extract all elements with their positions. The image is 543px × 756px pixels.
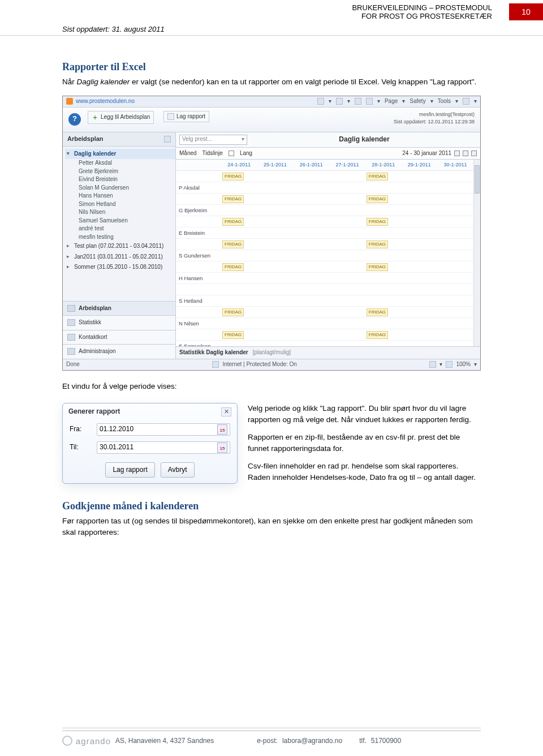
tree-person[interactable]: Simon Hetland [65,200,175,209]
calendar-cell[interactable] [437,329,473,341]
calendar-cell[interactable] [221,205,257,216]
calendar-cell[interactable] [221,318,257,329]
calendar-cell[interactable] [437,239,473,250]
calendar-cell[interactable] [293,318,329,329]
help-circle-icon[interactable]: ? [68,113,81,126]
calendar-cell[interactable] [293,295,329,307]
calendar-cell[interactable] [402,171,438,182]
tree-person[interactable]: Eivind Breistein [65,175,175,184]
home-icon[interactable] [317,98,324,105]
calendar-cell[interactable] [293,194,329,205]
calendar-cell[interactable] [437,295,473,307]
calendar-cell[interactable] [293,261,329,273]
calendar-cell[interactable] [402,205,438,216]
calendar-cell[interactable] [365,341,402,346]
calendar-cell[interactable] [365,182,402,194]
calendar-cell[interactable] [293,216,329,227]
calendar-cell[interactable] [329,227,365,239]
calendar-cell[interactable] [221,284,257,295]
from-date-input[interactable]: 01.12.2010 [97,423,230,436]
calendar-cell[interactable] [437,284,473,295]
calendar-cell[interactable] [221,273,257,284]
calendar-cell[interactable] [437,250,473,261]
calendar-cell[interactable]: FRIDAG [221,216,257,227]
make-report-button[interactable]: Lag rapport [105,462,154,478]
calendar-cell[interactable] [437,261,473,273]
calendar-cell[interactable] [257,205,294,216]
tree-person[interactable]: andré test [65,225,175,233]
btab-arbeidsplan[interactable]: Arbeidsplan [63,301,175,316]
calendar-cell[interactable] [329,194,365,205]
calendar-icon[interactable] [217,424,227,435]
calendar-cell[interactable]: FRIDAG [221,239,257,250]
calendar-cell[interactable] [437,171,473,182]
calendar-cell[interactable] [257,284,294,295]
mail-icon[interactable] [355,98,361,105]
calendar-cell[interactable] [437,205,473,216]
calendar-cell[interactable] [329,171,365,182]
tree-root-daily-calendar[interactable]: Daglig kalender [65,149,175,160]
calendar-cell[interactable]: FRIDAG [365,329,402,341]
prev-week-button[interactable] [454,151,460,156]
feed-icon[interactable] [336,98,343,105]
add-workplan-button[interactable]: ＋ Legg til Arbeidsplan [88,111,154,124]
calendar-cell[interactable] [221,295,257,307]
calendar-cell[interactable] [365,318,402,329]
calendar-cell[interactable] [293,273,329,284]
btab-administrasjon[interactable]: Administrasjon [63,344,175,359]
calendar-cell[interactable] [402,295,438,307]
calendar-cell[interactable] [329,239,365,250]
tree-person[interactable]: Petter Aksdal [65,159,175,167]
browser-menu-safety[interactable]: Safety [410,97,425,106]
calendar-cell[interactable]: FRIDAG [365,307,402,318]
tree-plan[interactable]: Sommer (31.05.2010 - 15.08.2010) [65,262,175,273]
calendar-cell[interactable] [257,307,294,318]
refresh-icon[interactable] [164,136,171,143]
calendar-cell[interactable]: FRIDAG [365,194,402,205]
tree-person[interactable]: Samuel Samuelsen [65,217,175,225]
calendar-cell[interactable] [329,205,365,216]
zoom-icon[interactable] [446,361,453,368]
calendar-cell[interactable] [329,216,365,227]
calendar-cell[interactable] [257,250,294,261]
calendar-cell[interactable] [221,341,257,346]
calendar-cell[interactable] [257,295,294,307]
help-icon[interactable] [463,98,469,105]
ctrl-month[interactable]: Måned [179,149,197,158]
calendar-cell[interactable]: FRIDAG [365,171,402,182]
calendar-cell[interactable] [437,318,473,329]
calendar-cell[interactable] [221,250,257,261]
calendar-cell[interactable]: FRIDAG [221,171,257,182]
priest-dropdown[interactable]: Velg prest... ▾ [179,135,247,145]
calendar-icon[interactable] [217,443,227,453]
calendar-cell[interactable]: FRIDAG [365,261,402,273]
calendar-cell[interactable] [257,261,294,273]
tree-plan[interactable]: Test plan (07.02.2011 - 03.04.2011) [65,241,175,252]
scrollbar[interactable] [473,160,480,346]
calendar-cell[interactable] [329,307,365,318]
lang-checkbox[interactable] [229,151,234,156]
calendar-cell[interactable]: FRIDAG [365,216,402,227]
tree-person[interactable]: Solan M Gundersen [65,184,175,192]
to-date-input[interactable]: 30.01.2011 [97,441,230,454]
make-report-button[interactable]: Lag rapport [163,111,209,123]
calendar-cell[interactable] [221,227,257,239]
calendar-cell[interactable] [329,182,365,194]
calendar-cell[interactable] [293,182,329,194]
calendar-cell[interactable] [293,171,329,182]
btab-kontaktkort[interactable]: Kontaktkort [63,330,175,345]
calendar-cell[interactable] [437,194,473,205]
calendar-cell[interactable] [257,273,294,284]
cancel-button[interactable]: Avbryt [161,462,195,478]
calendar-cell[interactable]: FRIDAG [221,307,257,318]
tree-person[interactable]: Hans Hansen [65,192,175,200]
calendar-cell[interactable] [365,227,402,239]
calendar-cell[interactable] [221,182,257,194]
calendar-cell[interactable] [257,318,294,329]
calendar-cell[interactable] [402,329,438,341]
calendar-cell[interactable] [293,227,329,239]
calendar-cell[interactable] [402,261,438,273]
calendar-cell[interactable] [293,250,329,261]
calendar-cell[interactable] [402,250,438,261]
calendar-cell[interactable] [437,307,473,318]
